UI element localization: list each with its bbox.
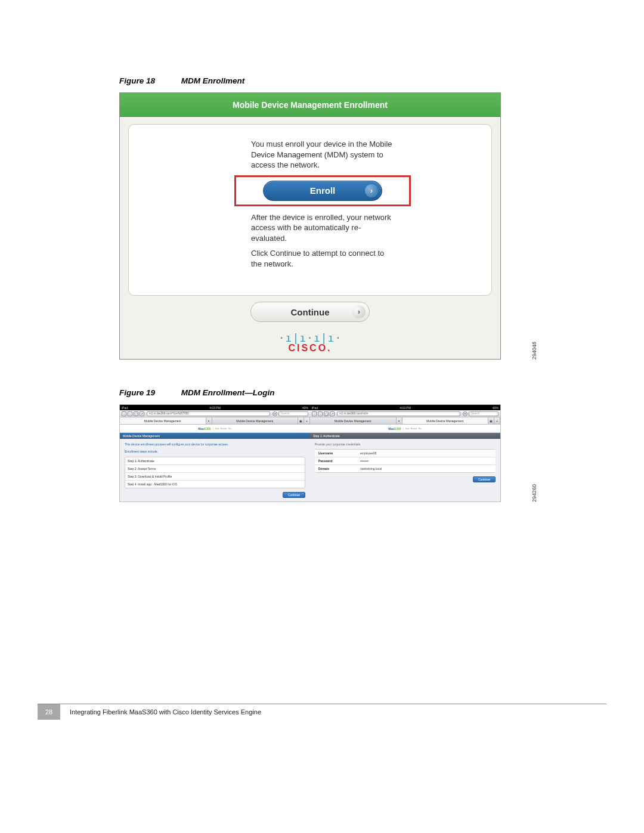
username-label: Username bbox=[318, 451, 360, 455]
enroll-header: Mobile Device Management Enrollment bbox=[120, 93, 500, 117]
search-field[interactable]: Search bbox=[469, 411, 499, 416]
tab-close[interactable]: × bbox=[206, 417, 212, 424]
bookmark-icon[interactable]: ▢ bbox=[324, 411, 329, 416]
steps-subtitle: Enrollment steps include: bbox=[125, 450, 305, 453]
tab-bookmark-icon[interactable]: ▣ bbox=[488, 417, 494, 424]
tab-right[interactable]: Mobile Device Management bbox=[402, 417, 489, 424]
domain-label: Domain bbox=[318, 467, 360, 470]
enroll-msg3: Click Continue to attempt to connect to … bbox=[251, 248, 394, 269]
form-row-password: Password •••••••• bbox=[315, 457, 496, 465]
ipad-left-content: This device enrollment process will conf… bbox=[120, 439, 310, 501]
figure18-caption: Figure 18 MDM Enrollment bbox=[119, 76, 525, 85]
tab-bookmark-icon[interactable]: ▣ bbox=[298, 417, 304, 424]
figure19-wrap: iPad 4:03 PM 40% ‹ › ▢ ↗ m1.m.das360.com… bbox=[119, 404, 525, 502]
figure19-caption: Figure 19 MDM Enrollment—Login bbox=[119, 388, 525, 397]
forward-icon[interactable]: › bbox=[128, 411, 132, 416]
status-bar: iPad 4:03 PM 40% bbox=[310, 405, 500, 410]
forward-icon[interactable]: › bbox=[318, 411, 323, 416]
browser-toolbar: ‹ › ▢ ↗ m1.m.das360.com/?cos%207000 ⟳ Se… bbox=[120, 410, 310, 417]
status-right: 40% bbox=[302, 406, 308, 410]
footer-title: Integrating Fiberlink MaaS360 with Cisco… bbox=[60, 704, 606, 720]
list-item: Step 4: Install app - MaaS360 for iOS bbox=[125, 481, 305, 488]
continue-button[interactable]: Continue › bbox=[250, 302, 370, 322]
status-left: iPad bbox=[312, 406, 318, 410]
back-icon[interactable]: ‹ bbox=[122, 411, 126, 416]
continue-button-label: Continue bbox=[291, 307, 330, 317]
continue-mini-button[interactable]: Continue bbox=[473, 476, 496, 482]
enroll-msg1: You must enroll your device in the Mobil… bbox=[251, 139, 394, 171]
ipad-right-content: Provide your corporate credentials. User… bbox=[310, 439, 500, 501]
list-item: Step 3: Download & Install Profile bbox=[125, 473, 305, 481]
url-field[interactable]: m1.m.das360.com/mdm bbox=[337, 411, 460, 416]
figure18-wrap: Mobile Device Management Enrollment You … bbox=[119, 92, 525, 360]
ipad-right: iPad 4:03 PM 40% ‹ › ▢ ↗ m1.m.das360.com… bbox=[310, 405, 500, 501]
step-list: Step 1: Authenticate Step 2: Accept Term… bbox=[125, 457, 305, 488]
tab-close[interactable]: × bbox=[397, 417, 402, 424]
status-left: iPad bbox=[122, 406, 128, 410]
continue-mini-button[interactable]: Continue bbox=[283, 492, 305, 498]
brand-row: MaaS360 | Inst. Name. Go. bbox=[310, 425, 500, 433]
status-center: 4:03 PM bbox=[400, 406, 411, 410]
credentials-hint: Provide your corporate credentials. bbox=[315, 442, 496, 446]
browser-toolbar: ‹ › ▢ ↗ m1.m.das360.com/mdm ⟳ Search bbox=[310, 410, 500, 417]
ipad-row: iPad 4:03 PM 40% ‹ › ▢ ↗ m1.m.das360.com… bbox=[119, 404, 501, 502]
share-icon[interactable]: ↗ bbox=[140, 411, 144, 416]
tab-bar: Mobile Device Management × Mobile Device… bbox=[120, 417, 310, 425]
password-field[interactable]: •••••••• bbox=[360, 459, 369, 463]
enroll-panel: Mobile Device Management Enrollment You … bbox=[119, 92, 501, 360]
figure18-num: Figure 18 bbox=[119, 76, 155, 85]
reload-icon[interactable]: ⟳ bbox=[463, 411, 467, 416]
figure19-title: MDM Enrollment—Login bbox=[181, 388, 275, 397]
reload-icon[interactable]: ⟳ bbox=[273, 411, 277, 416]
tab-left[interactable]: Mobile Device Management bbox=[120, 417, 206, 424]
tab-right[interactable]: Mobile Device Management bbox=[212, 417, 299, 424]
figure18-code: 294048 bbox=[531, 342, 537, 360]
tab-bar: Mobile Device Management × Mobile Device… bbox=[310, 417, 500, 425]
username-field[interactable]: employee08 bbox=[360, 451, 376, 455]
form-row-username: Username employee08 bbox=[315, 449, 496, 457]
brand-row: MaaS360 | Inst. Name. Go. bbox=[120, 425, 310, 433]
cisco-bars-icon: ·ı|ı·ı|ı· bbox=[120, 333, 500, 343]
back-icon[interactable]: ‹ bbox=[312, 411, 317, 416]
form-row-domain: Domain usetraining.local bbox=[315, 465, 496, 473]
enroll-body: You must enroll your device in the Mobil… bbox=[128, 124, 492, 296]
enroll-msg2: After the device is enrolled, your netwo… bbox=[251, 212, 394, 244]
enroll-button-label: Enroll bbox=[310, 185, 336, 197]
domain-field[interactable]: usetraining.local bbox=[360, 467, 382, 470]
tab-add[interactable]: + bbox=[494, 417, 500, 424]
chevron-right-icon: › bbox=[365, 184, 378, 197]
cisco-text: CISCO. bbox=[120, 343, 500, 353]
intro-text: This device enrollment process will conf… bbox=[125, 442, 305, 446]
list-item: Step 1: Authenticate bbox=[125, 457, 305, 465]
chevron-right-icon: › bbox=[352, 305, 366, 318]
figure18-title: MDM Enrollment bbox=[181, 76, 245, 85]
bookmark-icon[interactable]: ▢ bbox=[134, 411, 138, 416]
url-field[interactable]: m1.m.das360.com/?cos%207000 bbox=[147, 411, 270, 416]
figure19-code: 294260 bbox=[531, 484, 537, 502]
section-bar-left: Mobile Device Management bbox=[120, 433, 310, 439]
status-right: 40% bbox=[493, 406, 499, 410]
search-field[interactable]: Search bbox=[278, 411, 308, 416]
enroll-button[interactable]: Enroll › bbox=[263, 181, 382, 201]
figure19-num: Figure 19 bbox=[119, 388, 155, 397]
status-center: 4:03 PM bbox=[209, 406, 221, 410]
tab-left[interactable]: Mobile Device Management bbox=[310, 417, 397, 424]
share-icon[interactable]: ↗ bbox=[330, 411, 335, 416]
page-number: 28 bbox=[38, 704, 60, 720]
cisco-logo: ·ı|ı·ı|ı· CISCO. bbox=[120, 333, 500, 353]
section-bar-right: Step 1: Authenticate bbox=[310, 433, 500, 439]
list-item: Step 2: Accept Terms bbox=[125, 465, 305, 473]
page-footer: 28 Integrating Fiberlink MaaS360 with Ci… bbox=[38, 704, 606, 720]
password-label: Password bbox=[318, 459, 360, 463]
enroll-highlight-box: Enroll › bbox=[234, 175, 411, 206]
tab-add[interactable]: + bbox=[304, 417, 310, 424]
login-form: Username employee08 Password •••••••• Do… bbox=[315, 449, 496, 473]
ipad-left: iPad 4:03 PM 40% ‹ › ▢ ↗ m1.m.das360.com… bbox=[120, 405, 310, 501]
status-bar: iPad 4:03 PM 40% bbox=[120, 405, 310, 410]
